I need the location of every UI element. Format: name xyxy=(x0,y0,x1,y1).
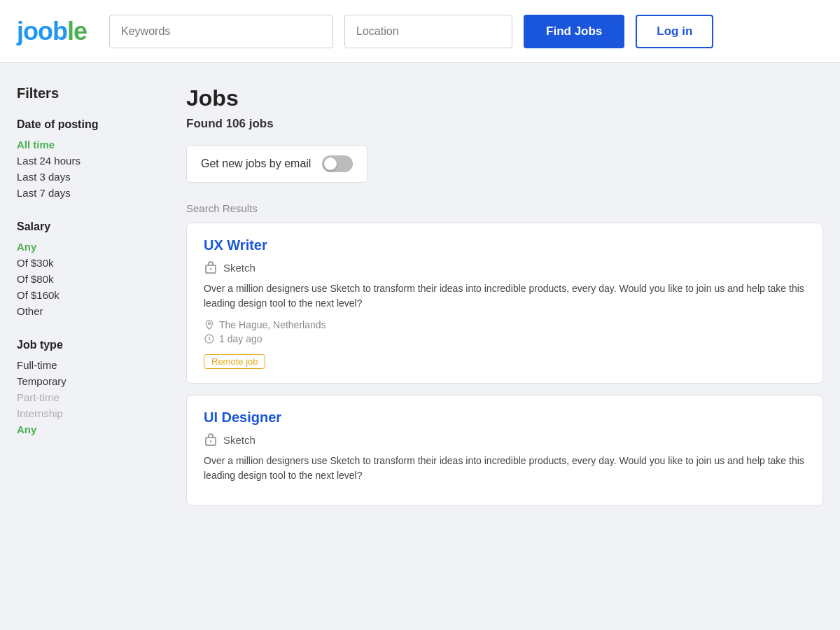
job-description: Over a million designers use Sketch to t… xyxy=(204,454,806,483)
job-company-name: Sketch xyxy=(223,262,255,274)
company-icon xyxy=(204,260,218,274)
find-jobs-button[interactable]: Find Jobs xyxy=(524,15,624,48)
location-input[interactable] xyxy=(344,15,512,48)
filter-parttime[interactable]: Part-time xyxy=(17,389,164,405)
job-company-name: Sketch xyxy=(223,434,255,446)
date-filter-title: Date of posting xyxy=(17,118,164,131)
login-button[interactable]: Log in xyxy=(636,15,713,48)
job-posted-time: 1 day ago xyxy=(219,333,262,344)
filter-temporary[interactable]: Temporary xyxy=(17,373,164,389)
filter-last-24h[interactable]: Last 24 hours xyxy=(17,153,164,169)
company-icon xyxy=(204,433,218,447)
keywords-input[interactable] xyxy=(109,15,333,48)
job-location-row: The Hague, Netherlands xyxy=(204,319,806,330)
header: jooble Find Jobs Log in xyxy=(0,0,840,63)
salary-filter-section: Salary Any Of $30k Of $80k Of $160k Othe… xyxy=(17,220,164,319)
jobtype-filter-title: Job type xyxy=(17,339,164,351)
job-description: Over a million designers use Sketch to t… xyxy=(204,281,806,311)
job-company-row: Sketch xyxy=(204,260,806,274)
jobs-found-count: Found 106 jobs xyxy=(186,117,823,131)
email-toggle-box: Get new jobs by email xyxy=(186,145,368,183)
job-posted-row: 1 day ago xyxy=(204,333,806,344)
svg-point-2 xyxy=(209,323,211,325)
job-card: UI Designer Sketch Over a million design… xyxy=(186,395,823,506)
logo-le: le xyxy=(67,17,87,46)
content-area: Jobs Found 106 jobs Get new jobs by emai… xyxy=(186,85,823,517)
filter-jobtype-any[interactable]: Any xyxy=(17,421,164,438)
job-card: UX Writer Sketch Over a million designer… xyxy=(186,223,823,384)
filter-all-time[interactable]: All time xyxy=(17,136,164,153)
filter-salary-80k[interactable]: Of $80k xyxy=(17,271,164,287)
search-results-label: Search Results xyxy=(186,202,823,214)
filters-title: Filters xyxy=(17,85,164,102)
remote-badge: Remote job xyxy=(204,354,265,369)
job-title[interactable]: UI Designer xyxy=(204,410,806,426)
logo-oo: oo xyxy=(23,17,52,46)
job-title[interactable]: UX Writer xyxy=(204,237,806,253)
logo-j: j xyxy=(17,17,23,46)
page-title: Jobs xyxy=(186,85,823,111)
logo-b: b xyxy=(52,17,67,46)
clock-icon xyxy=(204,333,215,344)
filter-internship[interactable]: Internship xyxy=(17,405,164,421)
filter-salary-any[interactable]: Any xyxy=(17,239,164,255)
sidebar: Filters Date of posting All time Last 24… xyxy=(17,85,164,517)
job-company-row: Sketch xyxy=(204,433,806,447)
filter-salary-other[interactable]: Other xyxy=(17,303,164,319)
main-layout: Filters Date of posting All time Last 24… xyxy=(0,63,840,540)
jobtype-filter-section: Job type Full-time Temporary Part-time I… xyxy=(17,339,164,438)
job-meta: The Hague, Netherlands 1 day ago xyxy=(204,319,806,344)
logo: jooble xyxy=(17,17,87,46)
location-icon xyxy=(204,319,215,330)
filter-last-3days[interactable]: Last 3 days xyxy=(17,169,164,185)
salary-filter-title: Salary xyxy=(17,220,164,233)
date-filter-section: Date of posting All time Last 24 hours L… xyxy=(17,118,164,201)
filter-salary-30k[interactable]: Of $30k xyxy=(17,255,164,271)
email-toggle-label: Get new jobs by email xyxy=(201,158,311,170)
email-toggle-switch[interactable] xyxy=(322,155,353,172)
filter-salary-160k[interactable]: Of $160k xyxy=(17,287,164,303)
job-location: The Hague, Netherlands xyxy=(219,319,326,330)
filter-fulltime[interactable]: Full-time xyxy=(17,357,164,373)
filter-last-7days[interactable]: Last 7 days xyxy=(17,185,164,201)
